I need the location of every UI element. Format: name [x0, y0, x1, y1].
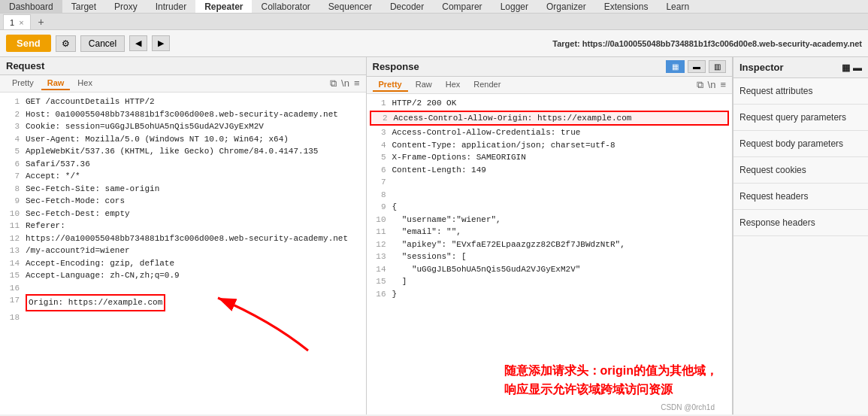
- resp-line-12: 12 "apikey": "EVxfaE72ELpaazgzz82CB2f7JB…: [370, 238, 730, 251]
- response-tab-hex[interactable]: Hex: [440, 78, 467, 92]
- req-line-10: 10Sec-Fetch-Dest: empty: [3, 208, 363, 220]
- req-line-11: 11Referer:: [3, 220, 363, 232]
- request-tab-pretty[interactable]: Pretty: [6, 77, 40, 90]
- nav-extensions[interactable]: Extensions: [595, 0, 658, 13]
- send-button[interactable]: Send: [6, 35, 51, 52]
- request-tab-raw[interactable]: Raw: [41, 77, 71, 90]
- inspector-response-headers[interactable]: Response headers: [733, 210, 868, 236]
- resp-line-7: 7: [370, 176, 730, 189]
- nav-learn[interactable]: Learn: [657, 0, 698, 13]
- req-line-13: 13/my-account?id=wiener: [3, 244, 363, 257]
- response-tab-render[interactable]: Render: [467, 78, 507, 92]
- req-line-15: 15Accept-Language: zh-CN,zh;q=0.9: [3, 269, 363, 282]
- settings-button[interactable]: ⚙: [56, 35, 76, 52]
- inspector-header: Inspector ▦ ▬: [733, 57, 868, 78]
- resp-line-1: 1HTTP/2 200 OK: [370, 97, 730, 110]
- req-line-9: 9Sec-Fetch-Mode: cors: [3, 195, 363, 208]
- response-label: Response: [373, 61, 419, 72]
- req-line-8: 8Sec-Fetch-Site: same-origin: [3, 183, 363, 196]
- response-tab-pretty[interactable]: Pretty: [373, 78, 408, 92]
- nav-sequencer[interactable]: Sequencer: [319, 0, 381, 13]
- inspector-panel: Inspector ▦ ▬ Request attributes Request…: [733, 57, 868, 414]
- inspector-header-icons: ▦ ▬: [842, 62, 862, 73]
- resp-line-15: 15 ]: [370, 275, 730, 288]
- response-tabs: Pretty Raw Hex Render ⧉ \n ≡: [367, 77, 733, 94]
- response-view-btn2[interactable]: ▬: [688, 60, 706, 73]
- req-line-2: 2Host: 0a100055048bb734881b1f3c006d00e8.…: [3, 108, 363, 121]
- tab-add-button[interactable]: +: [32, 14, 50, 29]
- inspector-icon2[interactable]: ▬: [853, 62, 862, 73]
- request-content: 1GET /accountDetails HTTP/2 2Host: 0a100…: [0, 93, 366, 414]
- nav-logger[interactable]: Logger: [491, 0, 537, 13]
- tab-label: 1: [10, 18, 14, 27]
- req-line-16: 16: [3, 282, 363, 295]
- inspector-cookies[interactable]: Request cookies: [733, 157, 868, 184]
- resp-line-3: 3Access-Control-Allow-Credentials: true: [370, 126, 730, 139]
- request-label: Request: [6, 60, 44, 71]
- tab-close-icon[interactable]: ×: [19, 18, 23, 27]
- resp-line-6: 6Content-Length: 149: [370, 164, 730, 177]
- resp-line-2: 2Access-Control-Allow-Origin: https://ex…: [370, 111, 730, 126]
- response-wrap-icon[interactable]: \n: [708, 79, 716, 91]
- nav-organizer[interactable]: Organizer: [537, 0, 595, 13]
- resp-line-9: 9{: [370, 201, 730, 214]
- inspector-request-headers[interactable]: Request headers: [733, 184, 868, 210]
- request-tabs: Pretty Raw Hex ⧉ \n ≡: [0, 75, 366, 93]
- nav-intruder[interactable]: Intruder: [147, 0, 195, 13]
- nav-collaborator[interactable]: Collaborator: [252, 0, 319, 13]
- response-copy-icon[interactable]: ⧉: [697, 79, 703, 91]
- nav-target[interactable]: Target: [62, 0, 105, 13]
- nav-back-button[interactable]: ◀: [129, 35, 147, 51]
- inspector-icon1[interactable]: ▦: [842, 62, 850, 73]
- nav-comparer[interactable]: Comparer: [433, 0, 491, 13]
- inspector-query-params[interactable]: Request query parameters: [733, 105, 868, 131]
- repeater-tab-1[interactable]: 1 ×: [3, 14, 31, 29]
- resp-line-5: 5X-Frame-Options: SAMEORIGIN: [370, 151, 730, 164]
- response-view-btn3[interactable]: ▥: [709, 60, 726, 73]
- req-line-18: 18: [3, 311, 363, 324]
- req-line-4: 4User-Agent: Mozilla/5.0 (Windows NT 10.…: [3, 133, 363, 146]
- response-more-icon[interactable]: ≡: [720, 79, 726, 91]
- resp-line-11: 11 "email": "",: [370, 226, 730, 238]
- resp-line-14: 14 "uGGgJLB5ohUA5nQis5GudA2VJGyExM2V": [370, 263, 730, 276]
- req-line-1: 1GET /accountDetails HTTP/2: [3, 96, 363, 108]
- response-panel-icons: ⧉ \n ≡: [697, 79, 726, 91]
- req-line-7: 7Accept: */*: [3, 170, 363, 183]
- resp-line-10: 10 "username":"wiener",: [370, 214, 730, 226]
- inspector-request-attributes[interactable]: Request attributes: [733, 78, 868, 105]
- target-url: Target: https://0a100055048bb734881b1f3c…: [552, 39, 862, 48]
- resp-line-8: 8: [370, 189, 730, 202]
- req-line-5: 5AppleWebKit/537.36 (KHTML, like Gecko) …: [3, 145, 363, 158]
- repeater-tab-row: 1 × +: [0, 14, 868, 30]
- response-tab-raw[interactable]: Raw: [410, 78, 438, 92]
- nav-repeater[interactable]: Repeater: [195, 0, 252, 13]
- req-line-6: 6Safari/537.36: [3, 158, 363, 171]
- request-tab-hex[interactable]: Hex: [71, 77, 98, 90]
- cancel-button[interactable]: Cancel: [80, 35, 125, 52]
- req-line-12: 12https://0a100055048bb734881b1f3c006d00…: [3, 232, 363, 245]
- nav-dashboard[interactable]: Dashboard: [0, 0, 62, 13]
- request-wrap-icon[interactable]: \n: [341, 77, 349, 90]
- inspector-label: Inspector: [739, 62, 784, 73]
- req-line-3: 3Cookie: session=uGGgJLB5ohUA5nQis5GudA2…: [3, 120, 363, 133]
- req-line-14: 14Accept-Encoding: gzip, deflate: [3, 257, 363, 270]
- inspector-body-params[interactable]: Request body parameters: [733, 131, 868, 157]
- resp-line-4: 4Content-Type: application/json; charset…: [370, 139, 730, 152]
- response-view-btn1[interactable]: ▦: [666, 60, 685, 73]
- resp-line-16: 16}: [370, 288, 730, 301]
- response-content: 1HTTP/2 200 OK 2Access-Control-Allow-Ori…: [367, 94, 733, 414]
- req-line-17: 17 Origin: https://example.com: [3, 294, 363, 311]
- resp-line-13: 13 "sessions": [: [370, 251, 730, 263]
- request-copy-icon[interactable]: ⧉: [330, 77, 337, 90]
- response-panel-header: Response ▦ ▬ ▥: [367, 57, 733, 77]
- nav-proxy[interactable]: Proxy: [105, 0, 147, 13]
- nav-forward-button[interactable]: ▶: [152, 35, 170, 51]
- request-panel-header: Request: [0, 57, 366, 75]
- response-panel: Response ▦ ▬ ▥ Pretty Raw Hex Render ⧉ \…: [367, 57, 733, 414]
- top-nav: Dashboard Target Proxy Intruder Repeater…: [0, 0, 868, 14]
- request-panel-icons: ⧉ \n ≡: [330, 77, 359, 90]
- request-panel: Request Pretty Raw Hex ⧉ \n ≡ 1GET /acco…: [0, 57, 367, 414]
- nav-decoder[interactable]: Decoder: [381, 0, 433, 13]
- main-area: Request Pretty Raw Hex ⧉ \n ≡ 1GET /acco…: [0, 57, 868, 414]
- request-more-icon[interactable]: ≡: [354, 77, 360, 90]
